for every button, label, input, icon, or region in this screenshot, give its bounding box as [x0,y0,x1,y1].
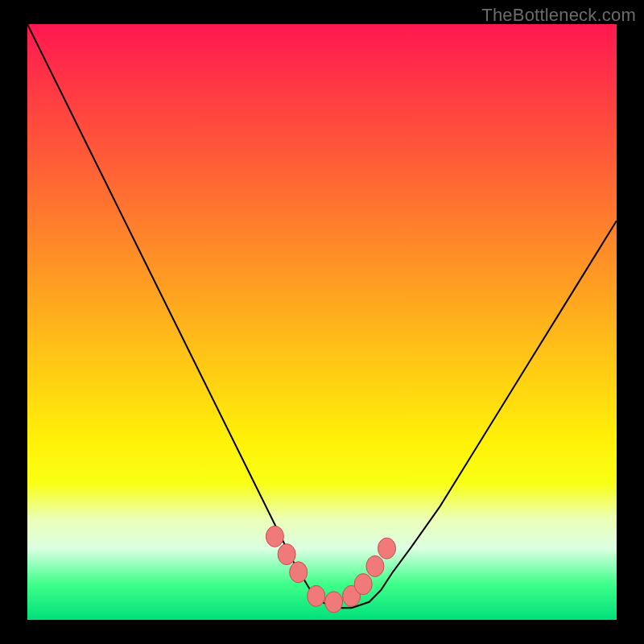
bead-marker [354,574,372,595]
bead-marker [343,585,361,606]
trough-beads [27,24,617,620]
bead-marker [325,592,343,613]
bead-marker [308,585,325,606]
bead-marker [290,562,308,583]
bead-marker [378,538,396,559]
bead-marker [266,526,283,547]
chart-frame: TheBottleneck.com [0,0,644,644]
bottleneck-curve [27,24,617,620]
bead-marker [278,544,295,565]
plot-area [27,24,617,620]
watermark-text: TheBottleneck.com [481,5,636,26]
bead-marker [366,555,384,576]
